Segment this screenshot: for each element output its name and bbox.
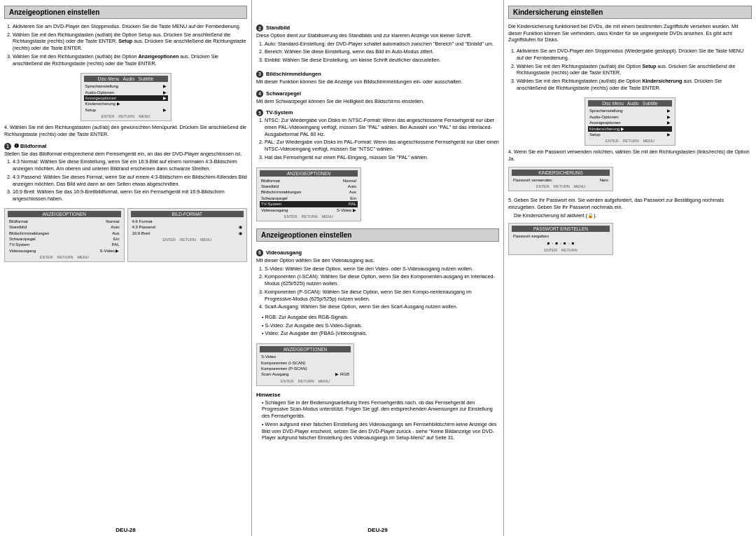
standbild-item-3: Einbild: Wählen Sie diese Einstellung, u… — [265, 57, 499, 64]
circle-5: 5 — [256, 109, 263, 116]
tv-screen-row-3: BildschirmmeldungenAus — [260, 189, 358, 195]
circle-1: 1 — [4, 143, 11, 150]
videoausgang-desc: Mit dieser Option wählen Sie den Videoau… — [256, 257, 499, 264]
screen-footer-tv: ENTERRETURNMENU — [260, 214, 358, 219]
va-item-3: Komponenten (P-SCAN): Wählen Sie diese O… — [265, 289, 499, 302]
screen-vo-title: ANZEIGEOPTIONEN — [260, 346, 351, 352]
circle-4: 4 — [256, 90, 263, 97]
standbild-item-1: Auto: Standard-Einstellung; der DVD-Play… — [265, 41, 499, 48]
left-step-4: 4. Wählen Sie mit den Richtungstasten (a… — [4, 124, 247, 137]
mid-page-num: DEU-29 — [256, 525, 499, 533]
va-sub-3: Video: Zur Ausgabe der (FBAS-)Videosigna… — [262, 330, 499, 337]
ks-row-1: Passwort verwendenNein — [512, 177, 610, 183]
screen-footer-vo: ENTERRETURNMENU — [260, 379, 351, 383]
schwarzpegel-section: 4 Schwarzpegel — [256, 90, 499, 97]
circle-3: 3 — [256, 71, 263, 78]
screen-passwort: PASSWORT EINSTELLEN Passwort eingeben ■-… — [508, 223, 613, 254]
km-row-1: Spracheinstellung▶ — [588, 108, 672, 114]
left-step-3: Wählen Sie mit den Richtungstasten (auf/… — [13, 53, 247, 67]
screen-pw-title: PASSWORT EINSTELLEN — [512, 226, 610, 232]
tv-screen-row-1: BildformatNormal — [260, 178, 358, 184]
hinweise-list: Schlagen Sie in der Bedienungsanleitung … — [256, 399, 499, 441]
tv-item-3: Hat das Fernsehgerät nur einen PAL-Einga… — [265, 154, 499, 161]
sa-row-4: SchwarzpegelEin — [8, 236, 121, 242]
standbild-item-2: Bereich: Wählen Sie diese Einstellung, w… — [265, 48, 499, 55]
right-header: Kindersicherung einstellen — [508, 6, 752, 19]
va-sub-list: RGB: Zur Ausgabe des RGB-Signals. S-Vide… — [256, 314, 499, 338]
mid-column: 2 Standbild Diese Option dient zur Stabi… — [252, 0, 504, 536]
va-sub-2: S-Video: Zur Ausgabe des S-Video-Signals… — [262, 322, 499, 329]
pw-dots: ■-■-■-■ — [512, 240, 610, 247]
circle-2: 2 — [256, 25, 263, 32]
km-row-2: Audio-Optionen▶ — [588, 114, 672, 120]
va-item-4: Scart-Ausgang: Wählen Sie diese Option, … — [265, 303, 499, 310]
sa-row-1: BildformatNormal — [8, 219, 121, 224]
hinweis-2: Wenn aufgrund einer falschen Einstellung… — [262, 421, 499, 441]
standbild-desc: Diese Option dient zur Stabilisierung de… — [256, 32, 499, 39]
screen-ks-title: KINDERSICHERUNG — [512, 170, 610, 176]
screen-main-title: Disc Menu Audio Subtitle — [84, 76, 168, 82]
bildformat-item-1: 4:3 Normal: Wählen Sie diese Einstellung… — [13, 158, 247, 172]
mid-right-header: Anzeigeoptionen einstellen — [256, 228, 499, 242]
tv-screen-row-4: SchwarzpegelEin — [260, 195, 358, 201]
left-step-1: Aktivieren Sie am DVD-Player den Stoppmo… — [13, 23, 247, 30]
hinweis-1: Schlagen Sie in der Bedienungsanleitung … — [262, 399, 499, 420]
screen-row-sprache: Spracheinstellung▶ — [84, 83, 168, 89]
screen-tv-title: ANZEIGEOPTIONEN — [260, 170, 358, 177]
va-sub-1: RGB: Zur Ausgabe des RGB-Signals. — [262, 314, 499, 321]
videoausgang-section: 6 Videoausgang — [256, 249, 499, 256]
screen-row-kinder: Kindersicherung ▶ — [84, 101, 168, 106]
right-step-2: Wählen Sie mit den Richtungstasten (auf/… — [517, 63, 752, 76]
screen-row-setup: Setup▶ — [84, 107, 168, 113]
screen-footer-km: ENTERRETURNMENU — [588, 139, 672, 143]
right-intro: Die Kindersicherung funktioniert bei DVD… — [508, 23, 752, 43]
screen-row-audio: Audio-Optionen▶ — [84, 90, 168, 95]
screen-tvsystem: ANZEIGEOPTIONEN BildformatNormal Standbi… — [256, 167, 361, 221]
screen-km-title: Disc Menu Audio Subtitle — [588, 100, 672, 106]
standbild-section: 2 Standbild — [256, 25, 499, 32]
va-item-2: Komponenten (I-SCAN): Wählen Sie diese O… — [265, 273, 499, 287]
right-step-1: Aktivieren Sie am DVD-Player den Stoppmo… — [517, 48, 752, 61]
sa-row-3: BildschirmmeldungenAus — [8, 231, 121, 236]
right-spacer — [508, 532, 752, 533]
sa-row-6: VideoausgangS-Video ▶ — [8, 248, 121, 254]
right-column: Kindersicherung einstellen Die Kindersic… — [504, 0, 756, 536]
bildformat-item-2: 4:3 Passend: Wählen Sie dieses Format, w… — [13, 174, 247, 187]
tvsystem-section: 5 TV-System — [256, 109, 499, 116]
tv-item-1: NTSC: Zur Wiedergabe von Disks im NTSC-F… — [265, 117, 499, 137]
tv-screen-row-2: StandbildAuto — [260, 184, 358, 189]
sa-row-5: TV-SystemPAL — [8, 242, 121, 247]
screen-bf-title: BILD-FORMAT — [131, 211, 244, 217]
screen-kinderschutz: KINDERSICHERUNG Passwort verwendenNein E… — [508, 167, 613, 191]
tv-item-2: PAL: Zur Wiedergabe von Disks im PAL-For… — [265, 139, 499, 152]
vo-row-1: S-Video — [260, 354, 351, 359]
km-row-4: Kindersicherung ▶ — [588, 126, 672, 132]
right-step-4: 4. Wenn Sie ein Passwort verwenden möcht… — [508, 149, 752, 162]
tv-screen-row-5: TV-SystemPAL — [260, 201, 358, 207]
left-header: Anzeigeoptionen einstellen — [4, 6, 247, 19]
bildformat-item-3: 16:9 Breit: Wählen Sie das 16:9-Breitbil… — [13, 188, 247, 202]
km-row-5: Setup▶ — [588, 132, 672, 137]
screen-row-anzeige: Anzeigeoptionen▶ — [84, 95, 168, 101]
screen-main-menu: Disc Menu Audio Subtitle Spracheinstellu… — [80, 73, 172, 121]
right-step-5: 5. Geben Sie Ihr Passwort ein. Sie werde… — [508, 197, 752, 210]
bildformat-section: 1 ❶ Bildformat — [4, 143, 247, 150]
screen-footer-pw: ENTERRETURN — [512, 248, 610, 252]
bf-row-3: 16:9 Breit◉ — [131, 231, 244, 236]
left-page-num: DEU-28 — [4, 525, 247, 533]
schwarzpegel-desc: Mit dem Schwarzpegel können Sie die Hell… — [256, 98, 499, 105]
right-step-3: Wählen Sie mit den Richtungstasten (auf/… — [517, 78, 752, 91]
screen-bildformat: BILD-FORMAT 4:6 Format 4:3 Passend◉ 16:9… — [127, 208, 248, 262]
vo-row-3: Komponenten (P-SCAN) — [260, 366, 351, 371]
screen-anzeigeopt: ANZEIGEOPTIONEN BildformatNormal Standbi… — [4, 208, 125, 262]
va-item-1: S-Video: Wählen Sie diese Option, wenn S… — [265, 266, 499, 273]
hinweise-section: Hinweise Schlagen Sie in der Bedienungsa… — [256, 392, 499, 444]
bildformat-desc: Stellen Sie das Bildformat entsprechend … — [4, 151, 247, 158]
screen-video-out: ANZEIGEOPTIONEN S-Video Komponenten (I-S… — [256, 343, 354, 386]
left-column: Anzeigeoptionen einstellen Aktivieren Si… — [0, 0, 252, 536]
screen-footer-ks: ENTERRETURNMENU — [512, 184, 610, 188]
bildschirm-desc: Mit dieser Funktion können Sie die Anzei… — [256, 78, 499, 85]
circle-6: 6 — [256, 249, 263, 256]
pw-row-1: Passwort eingeben — [512, 233, 610, 239]
km-row-3: Anzeigeoptionen▶ — [588, 120, 672, 125]
